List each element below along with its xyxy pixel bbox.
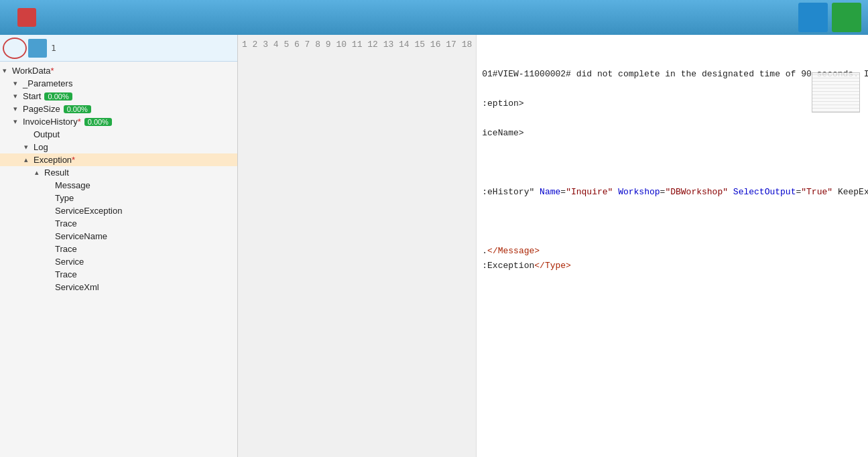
tree-label: Log <box>34 142 48 152</box>
tree-badge: 0.00% <box>44 92 72 101</box>
code-content[interactable]: 01#VIEW-11000002# did not complete in th… <box>477 35 868 457</box>
tree-label: Exception <box>34 155 72 165</box>
tree-item-serviceexception[interactable]: ServiceException <box>0 204 237 217</box>
tree-toggle[interactable]: ▾ <box>24 143 32 151</box>
tree-item-servicename[interactable]: ServiceName <box>0 230 237 243</box>
thumbnail-preview <box>812 73 859 112</box>
line-numbers: 1 2 3 4 5 6 7 8 9 10 11 12 13 14 15 16 1… <box>238 35 477 457</box>
tree-label: Trace <box>55 269 77 279</box>
grid-button[interactable] <box>28 39 47 58</box>
tree-label: Message <box>55 180 90 190</box>
right-panel: 1 2 3 4 5 6 7 8 9 10 11 12 13 14 15 16 1… <box>238 35 868 457</box>
tree-label: PageSize <box>23 104 60 114</box>
tree-item-service[interactable]: Service <box>0 255 237 268</box>
close-button[interactable] <box>17 8 36 27</box>
tree-item-trace1[interactable]: Trace <box>0 217 237 230</box>
thumbnail-overlay <box>812 72 860 113</box>
tree-badge: 0.00% <box>64 105 91 113</box>
tree-item-workdata[interactable]: ▾WorkData* <box>0 64 237 77</box>
tree-toggle[interactable]: ▾ <box>3 66 11 75</box>
tree-label: ServiceException <box>55 206 122 216</box>
tree-item-type[interactable]: Type <box>0 192 237 204</box>
tree-label: Service <box>55 257 84 267</box>
tree-label: Output <box>34 129 60 139</box>
wrap-button[interactable] <box>3 38 27 59</box>
tree-item-trace2[interactable]: Trace <box>0 243 237 255</box>
tree-label: ServiceXml <box>55 282 99 292</box>
tree-item-servicexml[interactable]: ServiceXml <box>0 281 237 293</box>
tree-item-log[interactable]: ▾Log <box>0 141 237 153</box>
tree-label: WorkData <box>12 66 51 76</box>
tree-toggle[interactable]: ▾ <box>13 92 21 101</box>
tree-item-invoicehistory[interactable]: ▾InvoiceHistory*0.00% <box>0 115 237 128</box>
main-layout: 1 ▾WorkData*▾_Parameters▾Start0.00%▾Page… <box>0 35 868 457</box>
required-star: * <box>51 66 54 76</box>
tree-toggle[interactable]: ▴ <box>24 155 32 164</box>
tree-item-pagesize[interactable]: ▾PageSize0.00% <box>0 103 237 115</box>
title-bar <box>0 0 868 35</box>
required-star: * <box>72 155 75 165</box>
left-panel: 1 ▾WorkData*▾_Parameters▾Start0.00%▾Page… <box>0 35 238 457</box>
tree-item-trace3[interactable]: Trace <box>0 268 237 281</box>
tree-item-start[interactable]: ▾Start0.00% <box>0 90 237 103</box>
tree-label: Result <box>44 168 69 178</box>
tree-item-output[interactable]: Output <box>0 128 237 141</box>
tree-label: InvoiceHistory <box>23 117 78 127</box>
tree-item-exception[interactable]: ▴Exception* <box>0 153 237 166</box>
tree-item-parameters[interactable]: ▾_Parameters <box>0 77 237 90</box>
required-star: * <box>78 117 81 127</box>
tree-label: ServiceName <box>55 231 107 241</box>
tree-label: Start <box>23 91 41 101</box>
tree-item-message[interactable]: Message <box>0 179 237 192</box>
tree: ▾WorkData*▾_Parameters▾Start0.00%▾PageSi… <box>0 62 237 296</box>
tree-label: _Parameters <box>23 78 72 88</box>
code-area: 1 2 3 4 5 6 7 8 9 10 11 12 13 14 15 16 1… <box>238 35 868 457</box>
tree-label: Trace <box>55 244 77 254</box>
tree-toggle[interactable]: ▾ <box>13 79 21 88</box>
tree-label: Type <box>55 193 74 203</box>
download-button[interactable] <box>798 3 828 32</box>
tree-item-result[interactable]: ▴Result <box>0 166 237 179</box>
tree-toggle[interactable]: ▾ <box>13 117 21 126</box>
toolbar-row: 1 <box>0 35 237 62</box>
tree-label: Trace <box>55 218 77 228</box>
tree-toggle[interactable]: ▾ <box>13 105 21 113</box>
tree-badge: 0.00% <box>84 118 112 126</box>
tree-toggle[interactable]: ▴ <box>35 168 43 177</box>
line-indicator: 1 <box>51 41 56 56</box>
upload-button[interactable] <box>832 3 861 32</box>
